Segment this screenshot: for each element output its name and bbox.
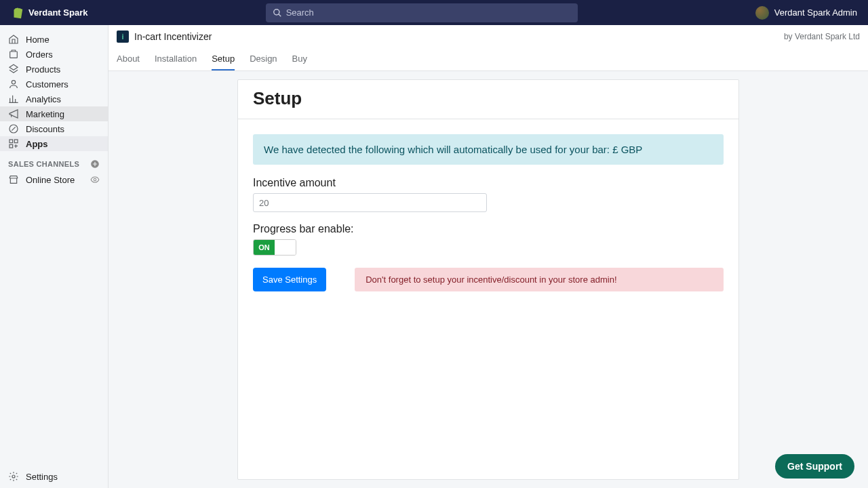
svg-rect-5 [9,140,13,143]
warn-banner: Don't forget to setup your incentive/dis… [355,268,724,291]
sidebar-item-label: Apps [26,139,48,149]
app-tabs: About Installation Setup Design Buy [117,48,860,70]
sidebar-item-orders[interactable]: Orders [0,47,108,62]
sidebar-item-marketing[interactable]: Marketing [0,106,108,121]
orders-icon [8,49,19,60]
toggle-handle [275,240,296,255]
setup-card: Setup We have detected the following whi… [237,79,739,480]
apps-icon [8,138,19,149]
sidebar-item-label: Products [26,64,60,75]
sidebar-item-discounts[interactable]: Discounts [0,121,108,136]
info-banner: We have detected the following which wil… [253,134,724,165]
svg-point-9 [94,178,96,181]
marketing-icon [8,108,19,119]
admin-name: Verdant Spark Admin [774,7,857,18]
sidebar-item-customers[interactable]: Customers [0,77,108,92]
sidebar-item-analytics[interactable]: Analytics [0,92,108,106]
sidebar-item-label: Analytics [26,94,61,104]
tab-installation[interactable]: Installation [155,48,197,70]
sidebar-item-settings[interactable]: Settings [0,469,108,484]
svg-rect-6 [14,140,18,143]
sidebar: Home Orders Products Customers Analytics… [0,25,108,488]
sidebar-item-label: Discounts [26,124,64,134]
products-icon [8,64,19,75]
page-heading: Setup [253,88,724,109]
progress-toggle[interactable]: ON [253,239,296,256]
topbar: Verdant Spark Verdant Spark Admin [0,0,868,25]
tab-buy[interactable]: Buy [292,48,307,70]
sidebar-section-channels: SALES CHANNELS [0,151,108,171]
save-button[interactable]: Save Settings [253,268,326,291]
eye-icon[interactable] [90,175,100,184]
customers-icon [8,79,19,89]
avatar[interactable] [755,6,769,20]
topbar-left: Verdant Spark [11,7,87,19]
shopify-logo-icon [11,7,23,19]
amount-label: Incentive amount [253,177,724,189]
add-channel-icon[interactable] [90,159,100,169]
svg-rect-7 [9,144,13,148]
analytics-icon [8,94,19,104]
toggle-on-label: ON [254,240,275,255]
get-support-button[interactable]: Get Support [775,454,854,479]
topbar-right[interactable]: Verdant Spark Admin [755,6,857,20]
search-box[interactable] [266,3,578,22]
svg-point-10 [12,475,15,478]
sidebar-item-products[interactable]: Products [0,62,108,77]
app-header: i In-cart Incentivizer by Verdant Spark … [108,25,868,71]
svg-point-0 [273,9,279,14]
discounts-icon [8,123,19,134]
progress-label: Progress bar enable: [253,223,724,235]
sidebar-item-label: Orders [26,49,53,60]
svg-line-1 [278,14,281,16]
sidebar-item-label: Home [26,35,50,45]
sidebar-item-label: Marketing [26,109,64,119]
tab-about[interactable]: About [117,48,140,70]
home-icon [8,34,19,45]
app-icon: i [117,30,129,43]
sidebar-item-label: Customers [26,79,68,89]
sidebar-item-label: Settings [26,472,58,482]
sidebar-channel-online-store[interactable]: Online Store [0,171,108,188]
tab-setup[interactable]: Setup [212,48,235,70]
gear-icon [8,471,19,482]
tab-design[interactable]: Design [250,48,277,70]
main: i In-cart Incentivizer by Verdant Spark … [108,25,868,488]
search-icon [273,8,282,18]
app-title: In-cart Incentivizer [134,31,212,42]
svg-rect-2 [10,52,18,58]
app-vendor: by Verdant Spark Ltd [784,32,860,41]
search-input[interactable] [286,7,571,18]
incentive-amount-input[interactable] [253,193,487,212]
sidebar-item-apps[interactable]: Apps [0,136,108,151]
store-icon [8,174,19,185]
svg-point-3 [12,81,15,84]
sidebar-item-home[interactable]: Home [0,32,108,47]
store-name[interactable]: Verdant Spark [28,7,87,18]
